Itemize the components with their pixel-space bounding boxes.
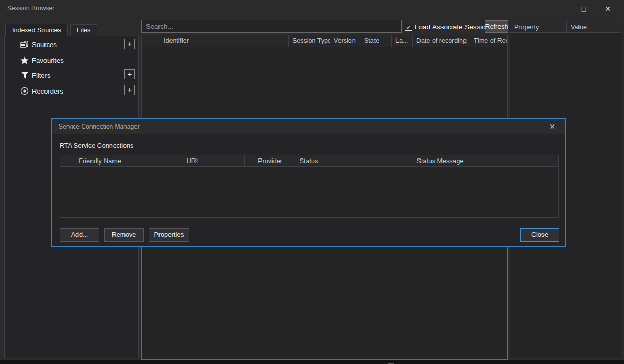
column-header-la[interactable]: La... [392,35,413,47]
dialog-title: Service Connection Manager [59,123,140,130]
properties-header: Property Value [510,21,621,33]
properties-button-label: Properties [154,231,184,238]
remove-button[interactable]: Remove [104,228,144,242]
bottom-strip [0,360,624,364]
column-header-session-type[interactable]: Session Type [289,35,330,47]
column-header-status-message[interactable]: Status Message [322,155,558,166]
connections-table-header: Friendly Name URI Provider Status Status… [60,155,558,167]
sidebar-item-recorders[interactable]: Recorders + [5,86,138,96]
column-header-property[interactable]: Property [510,21,567,32]
search-input[interactable] [141,20,402,33]
plus-icon: + [128,70,132,78]
window-titlebar[interactable]: Session Browser □ ✕ [0,0,624,17]
refresh-button[interactable]: Refresh [485,20,508,33]
sidebar-item-label: Favourites [32,56,64,64]
add-filter-button[interactable]: + [124,69,135,79]
window-title: Session Browser [7,5,54,12]
add-button[interactable]: Add... [60,228,99,242]
column-header-identifier[interactable]: Identifier [160,35,289,47]
tab-indexed-sources[interactable]: Indexed Sources [5,24,68,36]
close-icon: ✕ [605,5,611,13]
maximize-button[interactable]: □ [573,2,595,16]
filter-icon [19,72,30,79]
column-header-state[interactable]: State [360,35,392,47]
service-connection-manager-dialog: Service Connection Manager ✕ RTA Service… [51,118,566,247]
dialog-titlebar[interactable]: Service Connection Manager [52,119,565,134]
properties-button[interactable]: Properties [149,228,189,242]
rta-service-connections-label: RTA Service Connections [60,142,133,150]
sidebar-item-favourites[interactable]: Favourites [5,55,138,65]
checkmark-icon: ✓ [406,24,411,30]
remove-button-label: Remove [112,231,137,238]
add-recorder-button[interactable]: + [124,85,135,95]
record-icon [19,87,30,95]
star-icon [19,56,30,64]
sidebar-item-label: Filters [32,72,50,79]
refresh-button-label: Refresh [485,23,508,30]
close-button-label: Close [531,231,548,238]
column-header-uri[interactable]: URI [140,155,245,166]
add-button-label: Add... [71,231,88,238]
column-header-friendly-name[interactable]: Friendly Name [60,155,140,166]
sidebar-item-label: Recorders [32,87,63,95]
sidebar-item-sources[interactable]: Sources + [5,39,138,50]
column-header-date-of-recording[interactable]: Date of recording [413,35,470,47]
plus-icon: + [128,85,132,94]
column-header-version[interactable]: Version [330,35,360,47]
column-header-provider[interactable]: Provider [245,155,296,166]
close-button[interactable]: Close [520,228,559,242]
window-close-button[interactable]: ✕ [597,2,619,16]
column-header-blank[interactable] [142,35,160,47]
tab-files[interactable]: Files [70,24,97,36]
column-header-value[interactable]: Value [567,21,621,32]
close-icon: ✕ [549,122,555,131]
session-table-header: Identifier Session Type Version State La… [142,35,507,47]
window-controls: □ ✕ [573,0,619,17]
tab-label: Files [77,27,90,34]
dialog-close-button[interactable]: ✕ [546,121,559,132]
sidebar-tabs: Indexed Sources Files [5,24,97,36]
tab-label: Indexed Sources [12,27,61,34]
load-associate-checkbox[interactable]: ✓ [405,24,412,31]
sources-icon [19,41,30,49]
connections-table: Friendly Name URI Provider Status Status… [60,155,559,218]
column-header-status[interactable]: Status [296,155,322,166]
maximize-icon: □ [582,5,586,13]
column-header-time-of-recording[interactable]: Time of Reco [470,35,507,47]
add-source-button[interactable]: + [124,39,135,49]
connections-table-body[interactable] [60,167,558,217]
sidebar-item-filters[interactable]: Filters + [5,70,138,81]
plus-icon: + [128,39,132,48]
load-associate-label[interactable]: Load Associate Sessions [415,23,493,31]
sidebar-item-label: Sources [32,41,57,49]
